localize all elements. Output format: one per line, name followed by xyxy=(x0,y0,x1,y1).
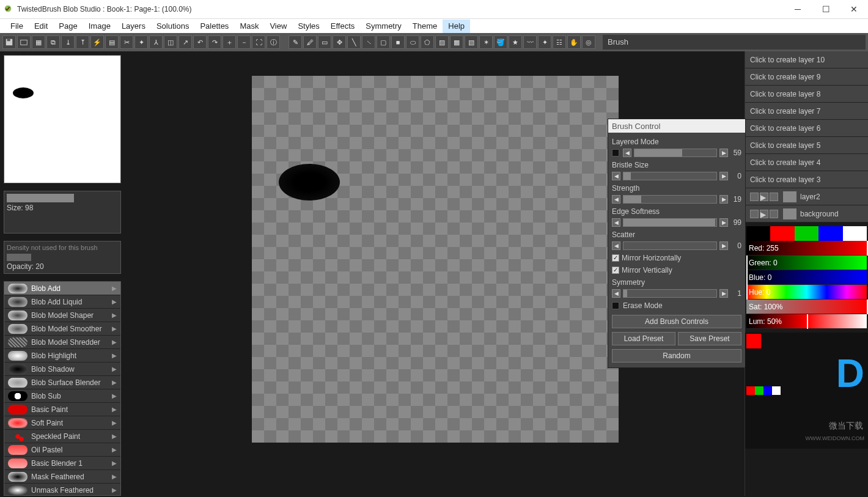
tool-save-icon[interactable] xyxy=(2,35,16,49)
tool-flash-icon[interactable]: ⚡ xyxy=(90,35,104,49)
layer-create[interactable]: Click to create layer 9 xyxy=(745,68,868,86)
save-preset-button[interactable]: Save Preset xyxy=(678,332,741,345)
brush-item[interactable]: Unmask Feathered▶ xyxy=(4,484,120,496)
slider-dec-icon[interactable]: ◀ xyxy=(612,172,620,180)
tool-fill-icon[interactable]: ▧ xyxy=(465,35,478,49)
tool-copy-icon[interactable]: ⧉ xyxy=(46,35,60,49)
slider-strength[interactable]: ◀▶19 xyxy=(612,194,741,205)
layer-menu-icon[interactable] xyxy=(770,210,778,218)
size-panel[interactable]: Size: 98 xyxy=(4,191,121,234)
layer-create[interactable]: Click to create layer 3 xyxy=(745,171,868,188)
current-color-swatch[interactable] xyxy=(746,334,761,348)
brush-item[interactable]: Basic Paint▶ xyxy=(4,403,120,416)
layer-row[interactable]: ▶layer2 xyxy=(745,188,868,205)
tool-open-icon[interactable] xyxy=(17,35,31,49)
checkbox-erase-mode[interactable]: Erase Mode xyxy=(612,300,741,311)
brush-item[interactable]: Blob Model Smoother▶ xyxy=(4,322,120,336)
tool-line2-icon[interactable]: ⟍ xyxy=(362,35,375,49)
color-palette-row[interactable] xyxy=(746,226,867,241)
tool-target-icon[interactable]: ◎ xyxy=(582,35,595,49)
brush-item[interactable]: Basic Blender 1▶ xyxy=(4,457,120,470)
tool-cut-icon[interactable]: ✂ xyxy=(120,35,133,49)
layer-create[interactable]: Click to create layer 8 xyxy=(745,86,868,103)
tool-zoomin-icon[interactable]: ＋ xyxy=(223,35,236,49)
layer-lock-icon[interactable]: ▶ xyxy=(760,193,768,201)
menu-view[interactable]: View xyxy=(264,20,292,33)
brush-item[interactable]: Soft Paint▶ xyxy=(4,416,120,430)
color-slider[interactable]: Sat: 100% xyxy=(746,300,867,314)
tool-arrow-icon[interactable]: ↗ xyxy=(178,35,192,49)
tool-pencil-icon[interactable]: 🖉 xyxy=(303,35,317,49)
slider-inc-icon[interactable]: ▶ xyxy=(719,218,728,227)
menu-layers[interactable]: Layers xyxy=(116,20,151,33)
tool-info-icon[interactable]: ⓘ xyxy=(267,35,280,49)
brush-item[interactable]: Blob Model Shaper▶ xyxy=(4,309,120,322)
tool-poly-icon[interactable]: ⬠ xyxy=(421,35,434,49)
brush-control-title[interactable]: Brush Control xyxy=(608,119,745,133)
tool-hand-icon[interactable]: ✋ xyxy=(567,35,581,49)
minimize-button[interactable]: ─ xyxy=(784,0,812,18)
brush-item[interactable]: Speckled Paint▶ xyxy=(4,430,120,443)
brush-item[interactable]: Oil Pastel▶ xyxy=(4,443,120,457)
menu-palettes[interactable]: Palettes xyxy=(194,20,234,33)
slider-inc-icon[interactable]: ▶ xyxy=(719,172,728,180)
slider-scatter[interactable]: ◀▶0 xyxy=(612,240,741,251)
tool-stamp-icon[interactable]: ☷ xyxy=(553,35,566,49)
swatch-row[interactable] xyxy=(746,386,781,395)
menu-page[interactable]: Page xyxy=(53,20,83,33)
tool-crop-icon[interactable]: ◫ xyxy=(164,35,177,49)
layer-visibility-icon[interactable] xyxy=(750,210,759,218)
brush-item[interactable]: Blob Sub▶ xyxy=(4,389,120,403)
load-preset-button[interactable]: Load Preset xyxy=(612,332,675,345)
tool-ellipse-icon[interactable]: ⬭ xyxy=(406,35,419,49)
tool-burst-icon[interactable]: ✶ xyxy=(479,35,493,49)
menu-symmetry[interactable]: Symmetry xyxy=(360,20,407,33)
layer-create[interactable]: Click to create layer 6 xyxy=(745,120,868,137)
page-preview[interactable] xyxy=(4,55,121,183)
slider-inc-icon[interactable]: ▶ xyxy=(719,195,728,204)
brush-item[interactable]: Blob Highlight▶ xyxy=(4,349,120,363)
tool-move-icon[interactable]: ✥ xyxy=(333,35,346,49)
menu-solutions[interactable]: Solutions xyxy=(151,20,194,33)
add-brush-controls-button[interactable]: Add Brush Controls xyxy=(612,315,741,328)
slider-toggle[interactable] xyxy=(612,149,619,156)
brush-item[interactable]: Blob Add▶ xyxy=(4,282,120,295)
tool-brush-icon[interactable]: ✎ xyxy=(289,35,302,49)
tool-rectfill-icon[interactable]: ■ xyxy=(391,35,405,49)
tool-grid-icon[interactable]: ▤ xyxy=(105,35,119,49)
tool-sym-icon[interactable]: ✦ xyxy=(538,35,551,49)
menu-edit[interactable]: Edit xyxy=(29,20,53,33)
color-slider[interactable]: Lum: 50% xyxy=(746,314,867,329)
brush-item[interactable]: Blob Surface Blender▶ xyxy=(4,376,120,389)
tool-fit-icon[interactable]: ⛶ xyxy=(252,35,265,49)
close-button[interactable]: ✕ xyxy=(840,0,868,18)
tool-export-icon[interactable]: ⤓ xyxy=(61,35,75,49)
opacity-bar[interactable] xyxy=(7,254,31,261)
tool-star-icon[interactable]: ★ xyxy=(509,35,522,49)
slider-dec-icon[interactable]: ◀ xyxy=(612,241,620,250)
checkbox-mirror-horizontally[interactable]: ✓Mirror Horizontally xyxy=(612,252,741,263)
slider-layered-mode[interactable]: ◀▶59 xyxy=(612,147,741,158)
layer-create[interactable]: Click to create layer 5 xyxy=(745,137,868,154)
menu-effects[interactable]: Effects xyxy=(325,20,361,33)
menu-help[interactable]: Help xyxy=(443,20,470,33)
layer-row[interactable]: ▶background xyxy=(745,205,868,223)
color-slider[interactable]: Green: 0 xyxy=(746,256,867,270)
layer-create[interactable]: Click to create layer 7 xyxy=(745,103,868,120)
layer-lock-icon[interactable]: ▶ xyxy=(760,210,768,218)
slider-symmetry[interactable]: ◀▶1 xyxy=(612,288,741,299)
canvas[interactable] xyxy=(252,76,619,443)
tool-line-icon[interactable]: ╲ xyxy=(347,35,361,49)
slider-dec-icon[interactable]: ◀ xyxy=(623,149,631,157)
tool-rect-icon[interactable]: ▢ xyxy=(377,35,390,49)
slider-inc-icon[interactable]: ▶ xyxy=(719,241,728,250)
menu-file[interactable]: File xyxy=(5,20,29,33)
tool-checker-icon[interactable]: ▩ xyxy=(450,35,463,49)
color-slider[interactable]: Red: 255 xyxy=(746,241,867,256)
layer-create[interactable]: Click to create layer 10 xyxy=(745,51,868,68)
tool-grad-icon[interactable]: ▨ xyxy=(435,35,449,49)
menu-mask[interactable]: Mask xyxy=(234,20,264,33)
slider-bristle-size[interactable]: ◀▶0 xyxy=(612,171,741,182)
slider-edge-softness[interactable]: ◀▶99 xyxy=(612,217,741,228)
brush-item[interactable]: Blob Add Liquid▶ xyxy=(4,295,120,309)
